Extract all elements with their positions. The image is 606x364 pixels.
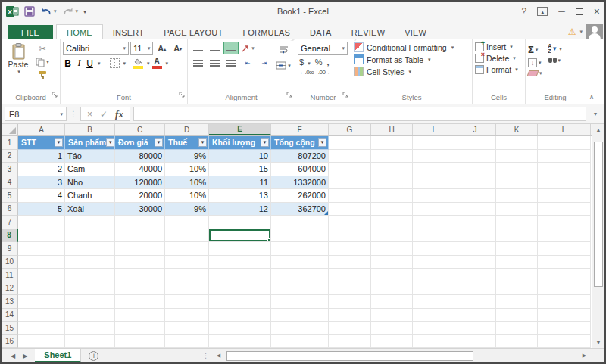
sheet-nav-left-icon[interactable]: ◀ (11, 353, 15, 359)
cell-D1[interactable]: Thuế▼ (165, 136, 209, 150)
cell-K12[interactable] (496, 282, 538, 296)
tab-formulas[interactable]: FORMULAS (233, 25, 300, 39)
cell-I7[interactable] (413, 216, 454, 229)
decrease-indent-icon[interactable]: ⇤ (240, 57, 255, 70)
font-color-icon[interactable]: A (152, 58, 162, 69)
cell-F7[interactable] (271, 216, 329, 229)
cell-D16[interactable] (165, 335, 209, 349)
cell-F9[interactable] (271, 242, 329, 256)
cell-G1[interactable] (329, 136, 371, 150)
cell-K5[interactable] (496, 189, 538, 203)
increase-indent-icon[interactable]: ⇥ (257, 57, 272, 70)
italic-button[interactable]: I (75, 58, 83, 69)
save-icon[interactable] (24, 6, 35, 17)
delete-cells-button[interactable]: Delete▾ (475, 54, 523, 63)
cut-icon[interactable]: ✂ (35, 43, 50, 54)
row-header-1[interactable]: 1 (2, 136, 18, 150)
row-header-2[interactable]: 2 (2, 150, 18, 163)
cell-F6[interactable]: 362700 (271, 203, 329, 216)
cell-K4[interactable] (496, 176, 538, 190)
cell-C15[interactable] (115, 322, 165, 335)
cell-I15[interactable] (413, 322, 454, 335)
cell-D6[interactable]: 9% (165, 203, 209, 216)
cell-E16[interactable] (209, 335, 271, 349)
clipboard-dialog-launcher-icon[interactable] (52, 87, 58, 101)
name-box-dropdown-icon[interactable]: ▾ (60, 111, 66, 117)
cell-H2[interactable] (371, 150, 413, 163)
center-icon[interactable] (207, 57, 222, 70)
cell-B2[interactable]: Táo (65, 150, 115, 163)
filter-dropdown-icon[interactable]: ▼ (198, 138, 207, 147)
row-header-7[interactable]: 7 (2, 216, 18, 229)
cell-F1[interactable]: Tổng cộng▼ (271, 136, 329, 150)
cell-G16[interactable] (329, 335, 371, 349)
middle-align-icon[interactable] (207, 42, 222, 54)
cell-K8[interactable] (496, 229, 538, 243)
merge-center-icon[interactable]: ▾ (276, 59, 291, 72)
cell-J7[interactable] (454, 216, 496, 229)
cell-J1[interactable] (454, 136, 496, 150)
borders-dropdown-icon[interactable]: ▾ (123, 61, 127, 67)
cell-C16[interactable] (115, 335, 165, 349)
cell-L7[interactable] (538, 216, 591, 229)
cell-A13[interactable] (18, 295, 65, 309)
column-header-K[interactable]: K (496, 124, 538, 135)
cell-C10[interactable] (115, 256, 165, 269)
cell-J2[interactable] (454, 150, 496, 163)
table-resize-handle[interactable] (324, 211, 328, 215)
cell-F12[interactable] (271, 282, 329, 296)
tab-home[interactable]: HOME (56, 24, 103, 39)
cell-L11[interactable] (538, 269, 591, 282)
clear-button[interactable]: ▾ (528, 70, 542, 76)
row-header-16[interactable]: 16 (2, 335, 18, 349)
cell-L8[interactable] (538, 229, 591, 243)
cell-E14[interactable] (209, 309, 271, 322)
cell-A9[interactable] (18, 242, 65, 256)
number-format-select[interactable]: General▾ (298, 42, 348, 55)
row-header-11[interactable]: 11 (2, 269, 18, 282)
horizontal-scroll-thumb[interactable] (226, 351, 473, 361)
cell-B4[interactable]: Nho (65, 176, 115, 190)
column-header-H[interactable]: H (371, 124, 413, 135)
align-left-icon[interactable] (190, 57, 205, 70)
cell-D12[interactable] (165, 282, 209, 296)
column-header-B[interactable]: B (65, 124, 115, 135)
cell-E7[interactable] (209, 216, 271, 229)
cell-K6[interactable] (496, 203, 538, 216)
cell-B1[interactable]: Sản phẩm▼ (65, 136, 115, 150)
cell-I5[interactable] (413, 189, 454, 203)
cell-J10[interactable] (454, 256, 496, 269)
tab-file[interactable]: FILE (8, 25, 53, 39)
cell-G13[interactable] (329, 295, 371, 309)
cell-E6[interactable]: 12 (209, 203, 271, 216)
cell-I9[interactable] (413, 242, 454, 256)
cell-A2[interactable]: 1 (18, 150, 65, 163)
number-dialog-launcher-icon[interactable] (342, 87, 348, 101)
font-name-select[interactable]: Calibri▾ (63, 42, 129, 55)
help-icon[interactable]: ? (522, 7, 527, 16)
cell-E5[interactable]: 13 (209, 189, 271, 203)
cell-F4[interactable]: 1332000 (271, 176, 329, 190)
cell-K13[interactable] (496, 295, 538, 309)
cell-K11[interactable] (496, 269, 538, 282)
font-size-select[interactable]: 11▾ (130, 42, 154, 55)
cell-H15[interactable] (371, 322, 413, 335)
cell-G8[interactable] (329, 229, 371, 243)
cell-L12[interactable] (538, 282, 591, 296)
collapse-ribbon-icon[interactable]: ∧ (585, 39, 598, 104)
row-header-9[interactable]: 9 (2, 242, 18, 256)
excel-app-icon[interactable]: X (6, 5, 19, 17)
cell-L3[interactable] (538, 163, 591, 176)
cell-B15[interactable] (65, 322, 115, 335)
cell-L4[interactable] (538, 176, 591, 190)
cell-G5[interactable] (329, 189, 371, 203)
sheet-nav-right-icon[interactable]: ▶ (23, 353, 27, 359)
cell-K16[interactable] (496, 335, 538, 349)
borders-icon[interactable] (110, 58, 120, 68)
ribbon-display-options-icon[interactable]: ▴ (537, 7, 548, 16)
cell-D7[interactable] (165, 216, 209, 229)
enter-formula-icon[interactable]: ✓ (100, 109, 108, 120)
cell-K9[interactable] (496, 242, 538, 256)
insert-function-icon[interactable]: fx (115, 108, 123, 120)
cell-J14[interactable] (454, 309, 496, 322)
